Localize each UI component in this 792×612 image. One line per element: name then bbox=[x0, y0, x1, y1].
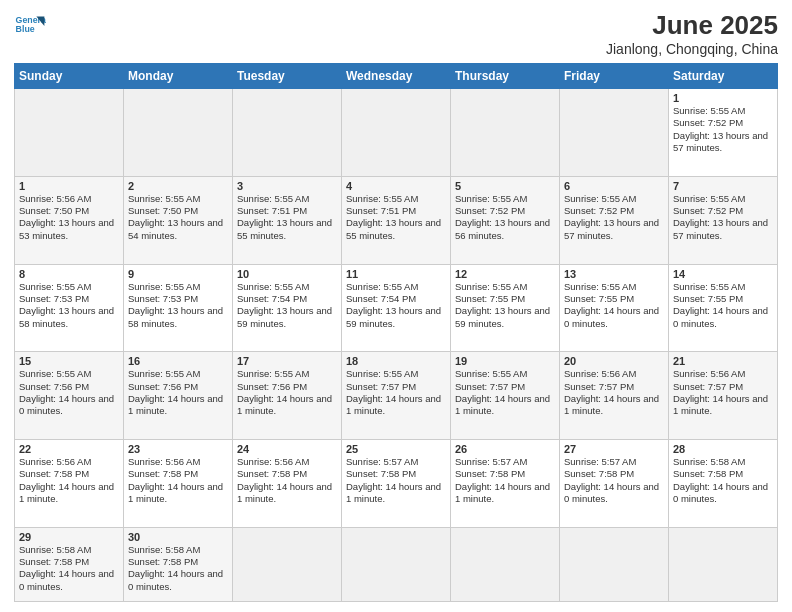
daylight: Daylight: 13 hours and 53 minutes. bbox=[19, 217, 119, 242]
sunrise: Sunrise: 5:55 AM bbox=[564, 193, 664, 205]
sunrise: Sunrise: 5:55 AM bbox=[237, 193, 337, 205]
table-row: 4Sunrise: 5:55 AMSunset: 7:51 PMDaylight… bbox=[342, 176, 451, 264]
daylight: Daylight: 14 hours and 0 minutes. bbox=[19, 393, 119, 418]
table-row: 15Sunrise: 5:55 AMSunset: 7:56 PMDayligh… bbox=[15, 352, 124, 440]
table-row: 14Sunrise: 5:55 AMSunset: 7:55 PMDayligh… bbox=[669, 264, 778, 352]
daylight: Daylight: 14 hours and 1 minute. bbox=[237, 481, 337, 506]
daylight: Daylight: 14 hours and 0 minutes. bbox=[564, 305, 664, 330]
table-row: 26Sunrise: 5:57 AMSunset: 7:58 PMDayligh… bbox=[451, 440, 560, 528]
table-row: 13Sunrise: 5:55 AMSunset: 7:55 PMDayligh… bbox=[560, 264, 669, 352]
day-number: 12 bbox=[455, 268, 555, 280]
sunrise: Sunrise: 5:57 AM bbox=[346, 456, 446, 468]
sunset: Sunset: 7:54 PM bbox=[237, 293, 337, 305]
sunset: Sunset: 7:58 PM bbox=[673, 468, 773, 480]
daylight: Daylight: 14 hours and 1 minute. bbox=[455, 481, 555, 506]
day-number: 23 bbox=[128, 443, 228, 455]
sunset: Sunset: 7:50 PM bbox=[19, 205, 119, 217]
sunset: Sunset: 7:58 PM bbox=[19, 468, 119, 480]
sunset: Sunset: 7:51 PM bbox=[346, 205, 446, 217]
sunrise: Sunrise: 5:56 AM bbox=[673, 368, 773, 380]
table-row: 7Sunrise: 5:55 AMSunset: 7:52 PMDaylight… bbox=[669, 176, 778, 264]
sunrise: Sunrise: 5:58 AM bbox=[128, 544, 228, 556]
header: General Blue June 2025 Jianlong, Chongqi… bbox=[14, 10, 778, 57]
sunrise: Sunrise: 5:55 AM bbox=[673, 193, 773, 205]
table-row: 29Sunrise: 5:58 AMSunset: 7:58 PMDayligh… bbox=[15, 527, 124, 601]
sunrise: Sunrise: 5:56 AM bbox=[19, 193, 119, 205]
daylight: Daylight: 13 hours and 54 minutes. bbox=[128, 217, 228, 242]
day-number: 17 bbox=[237, 355, 337, 367]
daylight: Daylight: 14 hours and 1 minute. bbox=[128, 393, 228, 418]
sunrise: Sunrise: 5:55 AM bbox=[455, 193, 555, 205]
svg-text:Blue: Blue bbox=[16, 24, 35, 34]
sunrise: Sunrise: 5:55 AM bbox=[346, 368, 446, 380]
daylight: Daylight: 13 hours and 59 minutes. bbox=[346, 305, 446, 330]
sunset: Sunset: 7:57 PM bbox=[346, 381, 446, 393]
day-number: 24 bbox=[237, 443, 337, 455]
table-row: 24Sunrise: 5:56 AMSunset: 7:58 PMDayligh… bbox=[233, 440, 342, 528]
daylight: Daylight: 14 hours and 1 minute. bbox=[346, 481, 446, 506]
table-row bbox=[233, 527, 342, 601]
sunset: Sunset: 7:58 PM bbox=[455, 468, 555, 480]
table-row: 9Sunrise: 5:55 AMSunset: 7:53 PMDaylight… bbox=[124, 264, 233, 352]
table-row: 30Sunrise: 5:58 AMSunset: 7:58 PMDayligh… bbox=[124, 527, 233, 601]
day-number: 26 bbox=[455, 443, 555, 455]
day-number: 4 bbox=[346, 180, 446, 192]
sunset: Sunset: 7:55 PM bbox=[455, 293, 555, 305]
day-number: 7 bbox=[673, 180, 773, 192]
table-row: 11Sunrise: 5:55 AMSunset: 7:54 PMDayligh… bbox=[342, 264, 451, 352]
day-number: 9 bbox=[128, 268, 228, 280]
sunrise: Sunrise: 5:56 AM bbox=[128, 456, 228, 468]
day-number: 27 bbox=[564, 443, 664, 455]
table-row: 16Sunrise: 5:55 AMSunset: 7:56 PMDayligh… bbox=[124, 352, 233, 440]
sunset: Sunset: 7:56 PM bbox=[128, 381, 228, 393]
table-row: 5Sunrise: 5:55 AMSunset: 7:52 PMDaylight… bbox=[451, 176, 560, 264]
table-row: 27Sunrise: 5:57 AMSunset: 7:58 PMDayligh… bbox=[560, 440, 669, 528]
table-row: 1Sunrise: 5:56 AMSunset: 7:50 PMDaylight… bbox=[15, 176, 124, 264]
daylight: Daylight: 14 hours and 1 minute. bbox=[19, 481, 119, 506]
day-number: 21 bbox=[673, 355, 773, 367]
day-number: 25 bbox=[346, 443, 446, 455]
day-number: 1 bbox=[673, 92, 773, 104]
sunrise: Sunrise: 5:55 AM bbox=[346, 193, 446, 205]
table-row bbox=[451, 527, 560, 601]
calendar-title: June 2025 bbox=[606, 10, 778, 41]
daylight: Daylight: 14 hours and 0 minutes. bbox=[564, 481, 664, 506]
table-row: 19Sunrise: 5:55 AMSunset: 7:57 PMDayligh… bbox=[451, 352, 560, 440]
col-sunday: Sunday bbox=[15, 64, 124, 89]
day-number: 28 bbox=[673, 443, 773, 455]
sunrise: Sunrise: 5:57 AM bbox=[564, 456, 664, 468]
day-number: 15 bbox=[19, 355, 119, 367]
table-row: 28Sunrise: 5:58 AMSunset: 7:58 PMDayligh… bbox=[669, 440, 778, 528]
table-row: 8Sunrise: 5:55 AMSunset: 7:53 PMDaylight… bbox=[15, 264, 124, 352]
day-number: 22 bbox=[19, 443, 119, 455]
daylight: Daylight: 14 hours and 1 minute. bbox=[237, 393, 337, 418]
sunrise: Sunrise: 5:55 AM bbox=[19, 368, 119, 380]
day-number: 16 bbox=[128, 355, 228, 367]
sunrise: Sunrise: 5:55 AM bbox=[673, 105, 773, 117]
day-number: 13 bbox=[564, 268, 664, 280]
day-number: 20 bbox=[564, 355, 664, 367]
day-number: 10 bbox=[237, 268, 337, 280]
table-row bbox=[669, 527, 778, 601]
daylight: Daylight: 13 hours and 57 minutes. bbox=[564, 217, 664, 242]
day-number: 19 bbox=[455, 355, 555, 367]
day-number: 11 bbox=[346, 268, 446, 280]
sunset: Sunset: 7:57 PM bbox=[673, 381, 773, 393]
col-saturday: Saturday bbox=[669, 64, 778, 89]
daylight: Daylight: 14 hours and 1 minute. bbox=[564, 393, 664, 418]
daylight: Daylight: 14 hours and 0 minutes. bbox=[128, 568, 228, 593]
daylight: Daylight: 13 hours and 57 minutes. bbox=[673, 130, 773, 155]
table-row bbox=[451, 89, 560, 177]
daylight: Daylight: 14 hours and 1 minute. bbox=[128, 481, 228, 506]
sunrise: Sunrise: 5:55 AM bbox=[237, 281, 337, 293]
table-row: 6Sunrise: 5:55 AMSunset: 7:52 PMDaylight… bbox=[560, 176, 669, 264]
sunset: Sunset: 7:57 PM bbox=[564, 381, 664, 393]
daylight: Daylight: 14 hours and 1 minute. bbox=[455, 393, 555, 418]
sunrise: Sunrise: 5:56 AM bbox=[237, 456, 337, 468]
sunrise: Sunrise: 5:55 AM bbox=[673, 281, 773, 293]
daylight: Daylight: 13 hours and 55 minutes. bbox=[346, 217, 446, 242]
table-row bbox=[560, 89, 669, 177]
sunset: Sunset: 7:51 PM bbox=[237, 205, 337, 217]
sunrise: Sunrise: 5:56 AM bbox=[564, 368, 664, 380]
title-block: June 2025 Jianlong, Chongqing, China bbox=[606, 10, 778, 57]
